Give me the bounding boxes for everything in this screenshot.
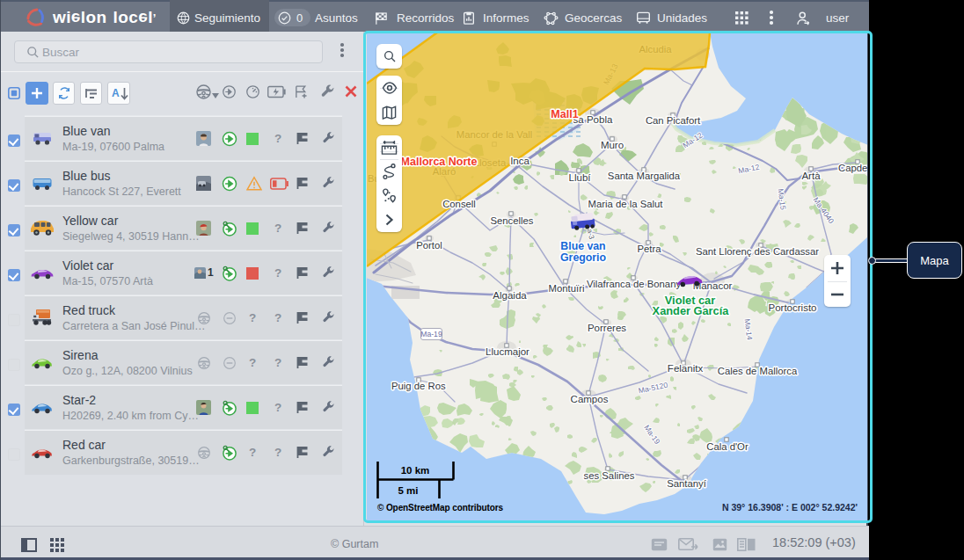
svg-text:Artà: Artà [801, 171, 821, 181]
svg-text:Puig de Ros: Puig de Ros [391, 381, 446, 391]
svg-text:Cala d'Or: Cala d'Or [706, 441, 749, 452]
svg-text:Maria de la Salut: Maria de la Salut [588, 199, 664, 209]
svg-text:Santa Margalida: Santa Margalida [608, 171, 681, 181]
svg-text:Montuïri: Montuïri [549, 283, 585, 294]
svg-text:10 km: 10 km [401, 465, 430, 476]
svg-text:Felanitx: Felanitx [668, 363, 704, 374]
svg-text:5 mi: 5 mi [398, 485, 418, 496]
svg-text:sa Pobla: sa Pobla [573, 114, 613, 125]
svg-text:Petra: Petra [637, 244, 661, 254]
svg-text:Santanyí: Santanyí [667, 478, 706, 489]
svg-text:Porreres: Porreres [588, 323, 626, 333]
svg-text:Vilafranca de Bonany: Vilafranca de Bonany [587, 279, 682, 289]
svg-text:Mall1: Mall1 [551, 108, 578, 120]
svg-text:Consell: Consell [442, 199, 476, 209]
svg-text:Portocristo: Portocristo [769, 302, 817, 313]
svg-text:Algaida: Algaida [493, 290, 527, 301]
svg-text:ses Salines: ses Salines [584, 470, 635, 481]
svg-text:Mallorca Norte: Mallorca Norte [401, 156, 478, 168]
svg-text:Llubí: Llubí [569, 172, 592, 183]
svg-text:Sencelles: Sencelles [491, 215, 534, 226]
svg-text:Muro: Muro [601, 140, 624, 150]
svg-text:Capdepe: Capdepe [838, 163, 867, 173]
svg-text:Ma-19: Ma-19 [420, 330, 442, 338]
svg-text:Xander García: Xander García [653, 304, 730, 317]
svg-text:Sant Llorenç des Cardassar: Sant Llorenç des Cardassar [696, 246, 819, 257]
svg-text:Cales de Mallorca: Cales de Mallorca [718, 366, 798, 376]
svg-text:Gregorio: Gregorio [560, 251, 606, 264]
svg-text:Portol: Portol [416, 240, 442, 251]
svg-text:Llucmajor: Llucmajor [486, 346, 529, 357]
svg-text:Blue van: Blue van [560, 240, 605, 252]
svg-text:Can Picafort: Can Picafort [646, 115, 701, 126]
svg-text:Campos: Campos [571, 394, 609, 404]
svg-text:Inca: Inca [510, 156, 529, 166]
